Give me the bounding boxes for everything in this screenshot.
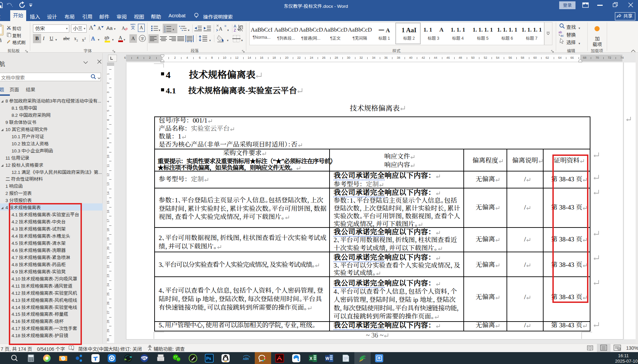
svg-text:A: A	[234, 24, 236, 28]
svg-text:W: W	[325, 356, 330, 361]
svg-text:字: 字	[141, 37, 144, 41]
svg-text:xin: xin	[243, 356, 249, 361]
svg-text:1: 1	[164, 25, 165, 28]
svg-text:2: 2	[164, 28, 165, 30]
svg-text:Ps: Ps	[206, 356, 211, 361]
svg-text:VS: VS	[142, 357, 146, 360]
svg-text:A: A	[219, 26, 223, 32]
svg-text:A: A	[122, 26, 125, 31]
svg-text:X: X	[309, 356, 313, 361]
svg-text:Z: Z	[234, 28, 236, 32]
svg-text:ab: ab	[559, 31, 562, 34]
svg-text:ac: ac	[561, 34, 564, 37]
svg-text:▾: ▾	[173, 28, 174, 31]
svg-text:A: A	[119, 35, 122, 40]
svg-text:3: 3	[164, 30, 165, 33]
